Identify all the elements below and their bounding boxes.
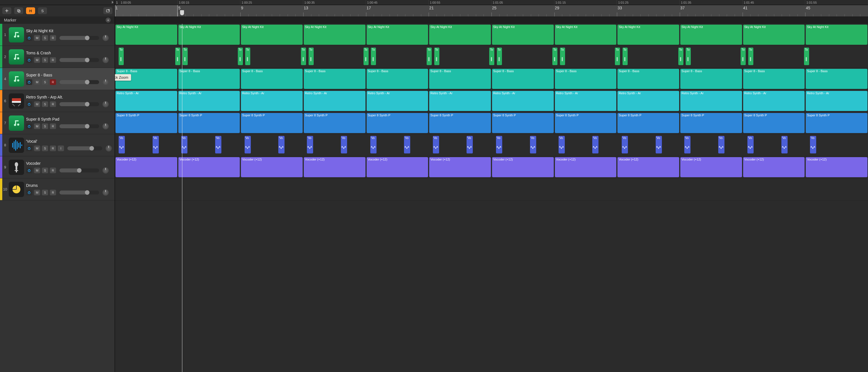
- header-h-button[interactable]: H: [26, 7, 35, 14]
- power-button[interactable]: [26, 146, 32, 151]
- region[interactable]: Super 8 - Bass: [178, 69, 240, 89]
- region[interactable]: Super 8 Synth P: [367, 113, 428, 133]
- region[interactable]: 'Vo: [153, 136, 159, 153]
- power-button[interactable]: [26, 190, 32, 195]
- region[interactable]: 'Vo: [245, 136, 251, 153]
- region[interactable]: To: [238, 48, 243, 65]
- region[interactable]: Sky At Night Kit: [617, 25, 679, 45]
- track-icon[interactable]: [8, 24, 25, 45]
- power-button[interactable]: [26, 101, 32, 107]
- timeline-collapse-toggle[interactable]: [0, 0, 115, 5]
- region[interactable]: Retro Synth - Ar: [743, 91, 805, 111]
- pan-knob[interactable]: [102, 167, 109, 174]
- track-header[interactable]: 2Toms & CrashMSR: [0, 46, 115, 68]
- track-m-button[interactable]: M: [34, 190, 40, 195]
- volume-slider[interactable]: [67, 146, 102, 150]
- volume-slider[interactable]: [59, 102, 99, 106]
- region[interactable]: Sky At Night Kit: [743, 25, 805, 45]
- region[interactable]: Retro Synth - Ar: [680, 91, 742, 111]
- region[interactable]: To: [678, 48, 683, 65]
- region[interactable]: Super 8 Synth P: [492, 113, 554, 133]
- time-ruler[interactable]: 11:00:051:00:151:00:251:00:351:00:451:00…: [115, 0, 868, 5]
- track-icon[interactable]: [8, 112, 25, 134]
- track-s-button[interactable]: S: [42, 167, 48, 173]
- region[interactable]: Super 8 - Bass: [743, 69, 805, 89]
- region[interactable]: Super 8 Synth P: [241, 113, 303, 133]
- region[interactable]: To: [371, 48, 376, 65]
- pan-knob[interactable]: [105, 145, 112, 151]
- track-r-button[interactable]: R: [50, 35, 56, 41]
- region[interactable]: Super 8 Synth P: [680, 113, 742, 133]
- region[interactable]: 'Vo: [341, 136, 347, 153]
- region[interactable]: To: [804, 48, 809, 65]
- region[interactable]: To: [364, 48, 369, 65]
- region[interactable]: To: [686, 48, 691, 65]
- region[interactable]: Super 8 - Bass: [367, 69, 428, 89]
- track-icon[interactable]: [8, 68, 25, 90]
- track-lane[interactable]: Vocoder (+12)Vocoder (+12)Vocoder (+12)V…: [115, 156, 868, 178]
- region[interactable]: Retro Synth - Ar: [178, 91, 240, 111]
- pan-knob[interactable]: [102, 101, 109, 107]
- track-icon[interactable]: [8, 156, 25, 178]
- volume-slider[interactable]: [59, 80, 99, 84]
- region[interactable]: 'Vo: [622, 136, 628, 153]
- region[interactable]: Super 8 Synth P: [555, 113, 617, 133]
- region[interactable]: To: [309, 48, 314, 65]
- region[interactable]: To: [741, 48, 746, 65]
- marker-lane[interactable]: [115, 17, 868, 24]
- track-lane[interactable]: Sky At Night KitSky At Night KitSky At N…: [115, 24, 868, 46]
- region[interactable]: Vocoder (+12): [617, 157, 679, 177]
- track-m-button[interactable]: M: [34, 101, 40, 107]
- region[interactable]: 'Vo: [370, 136, 376, 153]
- pan-knob[interactable]: [102, 123, 109, 129]
- region[interactable]: To: [427, 48, 432, 65]
- region[interactable]: To: [183, 48, 188, 65]
- track-icon[interactable]: [8, 178, 25, 200]
- playhead-handle[interactable]: [180, 10, 184, 15]
- region[interactable]: 'Vo: [433, 136, 439, 153]
- region[interactable]: Retro Synth - Ar: [241, 91, 303, 111]
- track-lane[interactable]: Super 8 Synth PSuper 8 Synth PSuper 8 Sy…: [115, 112, 868, 134]
- track-header[interactable]: 8'Vocal'MSRI: [0, 134, 115, 156]
- region[interactable]: To: [497, 48, 502, 65]
- region[interactable]: Retro Synth - Ar: [429, 91, 491, 111]
- region[interactable]: Retro Synth - Ar: [617, 91, 679, 111]
- region[interactable]: To: [623, 48, 628, 65]
- track-m-button[interactable]: M: [34, 167, 40, 173]
- region[interactable]: Sky At Night Kit: [806, 25, 867, 45]
- region[interactable]: Vocoder (+12): [743, 157, 805, 177]
- track-m-button[interactable]: M: [34, 57, 40, 63]
- track-r-button[interactable]: R: [50, 101, 56, 107]
- region[interactable]: Sky At Night Kit: [116, 25, 177, 45]
- region[interactable]: 'Vo: [530, 136, 536, 153]
- add-track-button[interactable]: [2, 7, 11, 14]
- region[interactable]: Super 8 - Bass: [304, 69, 366, 89]
- power-button[interactable]: [26, 167, 32, 173]
- region[interactable]: Sky At Night Kit: [304, 25, 366, 45]
- region[interactable]: To: [245, 48, 250, 65]
- pan-knob[interactable]: [102, 57, 109, 63]
- region[interactable]: Super 8 Synth P: [178, 113, 240, 133]
- track-lane[interactable]: 'Vo'Vo'Vo'Vo'Vo'Vo'Vo'Vo'Vo'Vo'Vo'Vo'Vo'…: [115, 134, 868, 156]
- region[interactable]: Sky At Night Kit: [367, 25, 428, 45]
- track-lane[interactable]: Retro Synth - ArRetro Synth - ArRetro Sy…: [115, 90, 868, 112]
- track-i-button[interactable]: I: [58, 146, 64, 151]
- region[interactable]: Retro Synth - Ar: [116, 91, 177, 111]
- region[interactable]: To: [560, 48, 565, 65]
- region[interactable]: Vocoder (+12): [555, 157, 617, 177]
- region[interactable]: Sky At Night Kit: [492, 25, 554, 45]
- pan-knob[interactable]: [102, 79, 109, 85]
- region[interactable]: Retro Synth - Ar: [304, 91, 366, 111]
- region[interactable]: Super 8 Synth P: [429, 113, 491, 133]
- track-lane[interactable]: [115, 178, 868, 200]
- region[interactable]: To: [489, 48, 494, 65]
- region[interactable]: Vocoder (+12): [806, 157, 867, 177]
- track-s-button[interactable]: S: [42, 190, 48, 195]
- region[interactable]: Super 8 Synth P: [304, 113, 366, 133]
- track-s-button[interactable]: S: [42, 101, 48, 107]
- track-icon[interactable]: [8, 46, 25, 68]
- region[interactable]: 'Vo: [592, 136, 598, 153]
- region[interactable]: Super 8 - Bass: [429, 69, 491, 89]
- region[interactable]: Super 8 - Bass: [241, 69, 303, 89]
- volume-slider[interactable]: [59, 36, 99, 40]
